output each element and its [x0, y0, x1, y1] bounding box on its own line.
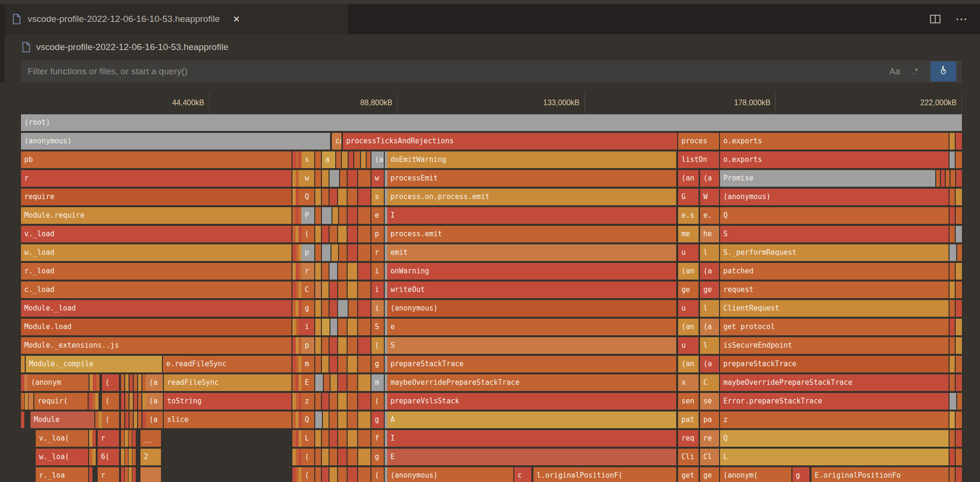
- flame-node[interactable]: W: [700, 189, 719, 205]
- flame-node[interactable]: [96, 374, 100, 391]
- flame-node[interactable]: [950, 300, 955, 317]
- flame-node[interactable]: se: [700, 393, 719, 410]
- flame-node[interactable]: [956, 449, 962, 465]
- flame-node[interactable]: e.s: [678, 207, 699, 224]
- flame-node[interactable]: z: [301, 393, 314, 410]
- flame-node[interactable]: [92, 393, 95, 410]
- flame-node[interactable]: c: [514, 467, 531, 482]
- flame-node[interactable]: [125, 449, 128, 465]
- flame-node[interactable]: [358, 281, 370, 298]
- flame-node[interactable]: [125, 467, 128, 482]
- more-actions-icon[interactable]: ⋯: [955, 12, 969, 27]
- flame-node[interactable]: [956, 170, 962, 187]
- flame-node[interactable]: (: [102, 393, 119, 410]
- flame-node[interactable]: [956, 337, 962, 354]
- flame-node[interactable]: [121, 467, 124, 482]
- flame-node[interactable]: [330, 263, 337, 280]
- flame-node[interactable]: Module.load: [21, 319, 291, 335]
- flame-node[interactable]: [950, 281, 955, 298]
- flame-node[interactable]: [956, 207, 962, 224]
- flame-node[interactable]: [330, 319, 337, 335]
- flame-node[interactable]: r: [371, 244, 384, 261]
- flame-node[interactable]: [292, 226, 296, 242]
- flame-node[interactable]: [125, 412, 129, 428]
- flame-node[interactable]: i: [371, 281, 384, 298]
- flame-node[interactable]: [348, 226, 357, 242]
- flame-node[interactable]: [92, 449, 96, 465]
- flame-node[interactable]: [322, 449, 329, 465]
- flame-node[interactable]: [348, 393, 357, 410]
- split-editor-icon[interactable]: [930, 14, 941, 24]
- flame-node[interactable]: [322, 319, 330, 335]
- flame-node[interactable]: [292, 170, 296, 187]
- flame-node[interactable]: (anonymous): [720, 189, 949, 205]
- flame-node[interactable]: [330, 449, 337, 465]
- flame-node[interactable]: [348, 467, 357, 482]
- flame-node[interactable]: [315, 300, 321, 317]
- flame-node[interactable]: s: [371, 189, 384, 205]
- flame-node[interactable]: [315, 467, 321, 482]
- flame-node[interactable]: Q: [301, 412, 314, 428]
- flame-node[interactable]: [358, 319, 370, 335]
- flame-node[interactable]: s: [301, 151, 314, 168]
- flame-node[interactable]: u: [678, 300, 699, 317]
- flame-node[interactable]: [315, 319, 321, 335]
- flame-node[interactable]: [322, 207, 331, 224]
- flame-node[interactable]: [338, 263, 347, 280]
- flame-node[interactable]: [956, 356, 962, 372]
- flame-node[interactable]: Module: [30, 412, 94, 428]
- flame-node[interactable]: [348, 170, 357, 187]
- flame-node[interactable]: [950, 449, 955, 465]
- flame-node[interactable]: (a: [700, 263, 719, 280]
- flame-node[interactable]: I: [387, 430, 676, 447]
- flame-node[interactable]: [348, 337, 357, 354]
- flame-node[interactable]: r._loa: [36, 467, 88, 482]
- flame-node[interactable]: [129, 430, 132, 447]
- flame-node[interactable]: [142, 374, 146, 391]
- flame-node[interactable]: [29, 393, 33, 410]
- flame-node[interactable]: [936, 170, 940, 187]
- flame-node[interactable]: [338, 393, 347, 410]
- flame-graph-toggle-button[interactable]: [930, 61, 956, 81]
- flame-node[interactable]: Q: [720, 430, 949, 447]
- flame-node[interactable]: g: [371, 449, 384, 465]
- flame-node[interactable]: me: [678, 226, 699, 242]
- flame-node[interactable]: slice: [164, 412, 291, 428]
- flame-node[interactable]: [956, 300, 962, 317]
- flame-node[interactable]: [342, 151, 348, 168]
- flame-node[interactable]: (an: [678, 319, 699, 335]
- flame-node[interactable]: re: [700, 430, 719, 447]
- flame-node[interactable]: [322, 244, 330, 261]
- flame-node[interactable]: processEmit: [387, 170, 676, 187]
- flame-node[interactable]: [358, 467, 370, 482]
- flame-node[interactable]: Module._extensions..js: [21, 337, 291, 354]
- flame-node[interactable]: [354, 151, 360, 168]
- flame-node[interactable]: [121, 393, 124, 410]
- flame-node[interactable]: i: [301, 319, 314, 335]
- flame-node[interactable]: (a: [146, 393, 163, 410]
- flame-node[interactable]: [950, 337, 955, 354]
- flame-node[interactable]: (a: [700, 170, 719, 187]
- flame-node[interactable]: [950, 207, 955, 224]
- flame-node[interactable]: Cl: [700, 449, 719, 465]
- flame-node[interactable]: [331, 244, 338, 261]
- flame-node[interactable]: [322, 430, 329, 447]
- flame-node[interactable]: [330, 170, 339, 187]
- flame-node[interactable]: [315, 170, 321, 187]
- flame-node[interactable]: [358, 449, 370, 465]
- flame-node[interactable]: prepareVslsStack: [387, 393, 676, 410]
- flame-node[interactable]: [338, 281, 347, 298]
- flame-node[interactable]: [330, 337, 337, 354]
- flame-node[interactable]: l.originalPositionF(: [533, 467, 676, 482]
- flame-node[interactable]: g: [371, 356, 384, 372]
- flame-node[interactable]: [950, 430, 955, 447]
- flame-node[interactable]: [315, 226, 321, 242]
- flame-node[interactable]: [348, 244, 357, 261]
- flame-node[interactable]: [956, 319, 962, 335]
- flame-node[interactable]: [292, 300, 296, 317]
- flame-node[interactable]: [946, 170, 950, 187]
- flame-node[interactable]: ge: [678, 281, 699, 298]
- flame-node[interactable]: [323, 412, 329, 428]
- flame-node[interactable]: ge: [700, 281, 719, 298]
- flame-node[interactable]: [138, 393, 141, 410]
